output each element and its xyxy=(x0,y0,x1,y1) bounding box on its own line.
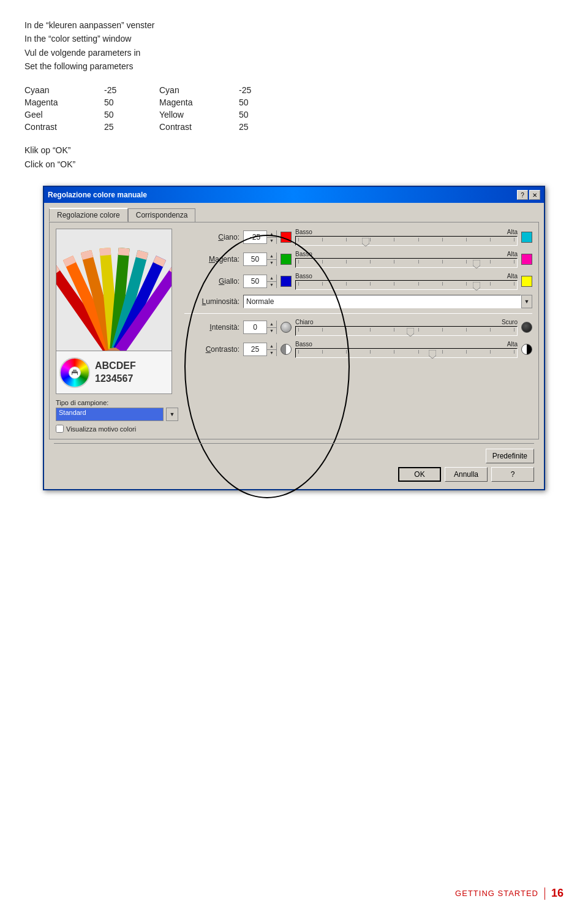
contrasto-label: Contrasto: xyxy=(184,345,239,354)
annulla-button[interactable]: Annulla xyxy=(445,467,488,482)
tipo-label: Tipo di campione: xyxy=(56,399,178,406)
contrasto-thumb[interactable] xyxy=(429,350,436,360)
svg-marker-28 xyxy=(362,238,369,246)
luminosita-dropdown-group: Normale ▼ xyxy=(243,295,532,308)
ok-button[interactable]: OK xyxy=(398,467,441,482)
magenta-left-swatch xyxy=(281,254,292,265)
intensita-slider-track[interactable] xyxy=(295,326,518,336)
title-buttons: ? ✕ xyxy=(517,190,540,200)
params-table: Cyaan -25 Cyan -25 Magenta 50 Magenta 50… xyxy=(24,85,564,132)
tipo-dropdown-arrow[interactable]: ▼ xyxy=(166,408,178,421)
contrasto-row: Contrasto: 25 ▲ ▼ xyxy=(184,341,532,358)
param-nl-contrast-value: 25 xyxy=(104,121,153,132)
giallo-spinbox[interactable]: 50 ▲ ▼ xyxy=(243,275,277,288)
contrasto-up[interactable]: ▲ xyxy=(267,343,276,350)
dialog-footer: Predefinite OK Annulla ? xyxy=(49,439,539,484)
giallo-up[interactable]: ▲ xyxy=(267,275,276,282)
ciano-spinbox[interactable]: -25 ▲ ▼ xyxy=(243,230,277,244)
luminosita-dropdown[interactable]: Normale xyxy=(243,295,521,308)
tab-regolazione[interactable]: Regolazione colore xyxy=(49,208,128,222)
giallo-left-swatch xyxy=(281,276,292,287)
tab-content-inner: ABCDEF 1234567 Tipo di campione: Standar… xyxy=(56,229,532,433)
contrasto-arrows: ▲ ▼ xyxy=(266,343,276,356)
tab-content: ABCDEF 1234567 Tipo di campione: Standar… xyxy=(49,222,539,439)
intensita-thumb[interactable] xyxy=(407,328,414,338)
page-content: In de “kleuren aanpassen” venster In the… xyxy=(0,0,588,490)
intensita-up[interactable]: ▲ xyxy=(267,321,276,328)
intensita-down[interactable]: ▼ xyxy=(267,328,276,335)
close-title-button[interactable]: ✕ xyxy=(529,190,540,200)
contrasto-slider-labels: Basso Alta xyxy=(295,341,518,348)
visualizza-checkbox[interactable] xyxy=(56,425,64,433)
param-nl-cyaan-value: -25 xyxy=(104,85,153,96)
intensita-left-icon xyxy=(281,322,292,333)
ciano-ticks xyxy=(298,238,514,241)
contrasto-down[interactable]: ▼ xyxy=(267,350,276,357)
intensita-thumb-icon xyxy=(407,328,414,336)
luminosita-row: Luminosità: Normale ▼ xyxy=(184,295,532,308)
intensita-arrows: ▲ ▼ xyxy=(266,321,276,334)
line-en-1: In the “color setting” window xyxy=(24,32,564,45)
ciano-value: -25 xyxy=(244,233,266,241)
giallo-thumb[interactable] xyxy=(473,282,480,292)
ciano-down[interactable]: ▼ xyxy=(267,238,276,245)
magenta-right-swatch xyxy=(521,254,532,265)
magenta-slider-track[interactable] xyxy=(295,258,518,268)
help-title-button[interactable]: ? xyxy=(517,190,528,200)
param-nl-magenta-value: 50 xyxy=(104,97,153,108)
predefinite-button[interactable]: Predefinite xyxy=(486,449,534,463)
line-nl-2: Vul de volgende parameters in xyxy=(24,46,564,59)
param-en-magenta-value: 50 xyxy=(239,97,288,108)
magenta-down[interactable]: ▼ xyxy=(267,260,276,267)
intensita-spinbox[interactable]: 0 ▲ ▼ xyxy=(243,321,277,334)
svg-marker-30 xyxy=(473,282,480,291)
ciano-up[interactable]: ▲ xyxy=(267,230,276,238)
param-en-yellow-value: 50 xyxy=(239,109,288,120)
contrasto-spinbox[interactable]: 25 ▲ ▼ xyxy=(243,343,277,356)
svg-rect-12 xyxy=(99,248,111,256)
magenta-label: Magenta: xyxy=(184,255,239,264)
magenta-row: Magenta: 50 ▲ ▼ xyxy=(184,251,532,268)
help-button[interactable]: ? xyxy=(491,467,534,482)
param-nl-cyaan-label: Cyaan xyxy=(24,85,98,96)
click-ok-nl: Klik op “OK” xyxy=(24,143,564,158)
magenta-up[interactable]: ▲ xyxy=(267,253,276,260)
tipo-select[interactable]: Standard xyxy=(56,408,164,421)
preview-text: ABCDEF 1234567 xyxy=(95,360,136,386)
preview-panel: ABCDEF 1234567 Tipo di campione: Standar… xyxy=(56,229,178,433)
magenta-arrows: ▲ ▼ xyxy=(266,253,276,266)
magenta-thumb[interactable] xyxy=(473,260,480,270)
ciano-row: Ciano: -25 ▲ ▼ xyxy=(184,229,532,246)
dialog-titlebar: Regolazione colore manuale ? ✕ xyxy=(44,187,544,203)
ciano-thumb[interactable] xyxy=(362,238,369,248)
line-nl-1: In de “kleuren aanpassen” venster xyxy=(24,18,564,32)
giallo-slider-labels: Basso Alta xyxy=(295,273,518,279)
ciano-left-swatch xyxy=(281,232,292,243)
magenta-slider-labels: Basso Alta xyxy=(295,251,518,257)
ciano-slider-track[interactable] xyxy=(295,236,518,246)
footer-row: Predefinite OK Annulla ? xyxy=(54,449,534,482)
svg-rect-15 xyxy=(118,248,130,256)
ciano-right-swatch xyxy=(521,232,532,243)
footer-page-number: 16 xyxy=(551,887,564,900)
ciano-label: Ciano: xyxy=(184,233,239,241)
color-wheel-center xyxy=(69,367,81,379)
magenta-spinbox[interactable]: 50 ▲ ▼ xyxy=(243,253,277,266)
param-en-contrast-value: 25 xyxy=(239,121,288,132)
contrasto-right-icon xyxy=(521,344,532,355)
param-en-magenta-label: Magenta xyxy=(159,97,233,108)
contrasto-slider-track[interactable] xyxy=(295,348,518,358)
svg-marker-29 xyxy=(473,260,480,268)
giallo-label: Giallo: xyxy=(184,277,239,286)
tab-corrispondenza[interactable]: Corrispondenza xyxy=(128,208,196,222)
footer-text: GETTING STARTED xyxy=(455,889,538,898)
controls-panel: Ciano: -25 ▲ ▼ xyxy=(184,229,532,433)
giallo-slider-section: Basso Alta xyxy=(295,273,518,290)
luminosita-dropdown-arrow[interactable]: ▼ xyxy=(521,295,532,308)
giallo-down[interactable]: ▼ xyxy=(267,282,276,289)
giallo-value: 50 xyxy=(244,277,266,286)
contrasto-thumb-icon xyxy=(429,350,436,359)
dialog: Regolazione colore manuale ? ✕ Regolazio… xyxy=(43,186,545,490)
giallo-slider-track[interactable] xyxy=(295,280,518,290)
tipo-dropdown-row: Standard ▼ xyxy=(56,408,178,421)
